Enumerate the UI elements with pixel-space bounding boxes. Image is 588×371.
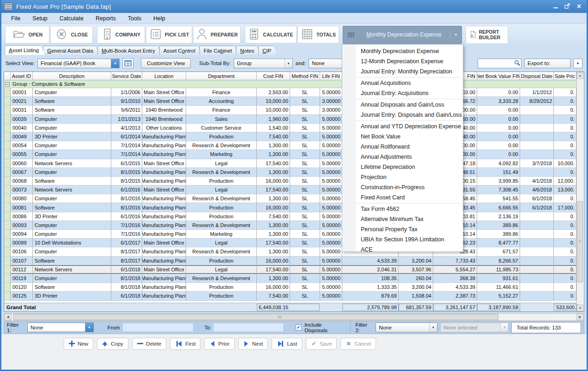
scroll-left-icon[interactable]: ◀ <box>4 314 12 320</box>
cell-c3[interactable]: 2,387.73 <box>433 292 477 300</box>
cell-loc[interactable]: Manufacturing Plant <box>142 194 186 203</box>
cell-sale[interactable]: 0. <box>554 257 576 265</box>
cell-cost[interactable]: 10,000.00 <box>257 97 290 106</box>
cell-disp[interactable] <box>520 141 554 150</box>
chevron-down-icon[interactable]: ▼ <box>450 33 461 37</box>
table-row[interactable]: 00080Computer8/1/2016Manufacturing Plant… <box>4 194 576 203</box>
cell-nbv[interactable]: 8,477.77 <box>477 239 520 247</box>
cell-desc[interactable]: Computer <box>33 168 111 177</box>
cell-disp[interactable] <box>520 257 554 265</box>
cell-id[interactable]: 00073 <box>11 186 33 194</box>
cell-sale[interactable]: 0. <box>554 194 576 203</box>
cell-disp[interactable]: 4/6/2018 <box>520 186 554 194</box>
report-menu-item[interactable]: Annual Disposals and Gain/Loss <box>342 100 463 110</box>
report-menu-item[interactable]: Personal Property Tax <box>342 224 463 234</box>
menu-setup[interactable]: Setup <box>26 15 54 22</box>
cell-life[interactable]: 5.00000 <box>320 292 342 300</box>
cell-cost[interactable]: 17,540.00 <box>257 159 290 168</box>
cell-disp[interactable] <box>520 230 554 239</box>
column-header-sale[interactable]: Sale Pric <box>554 72 576 80</box>
table-row[interactable]: 00120Software8/1/2018Manufacturing Plant… <box>4 283 576 292</box>
cell-desc[interactable]: Computer <box>33 150 111 159</box>
save-button[interactable]: Save <box>306 338 337 350</box>
from-input[interactable] <box>122 323 194 332</box>
cell-id[interactable]: 00039 <box>11 115 33 124</box>
cell-desc[interactable]: Computer <box>33 274 111 283</box>
cell-life[interactable]: 5.00000 <box>320 150 342 159</box>
cell-cost[interactable]: 16,000.00 <box>257 177 290 186</box>
collapse-group-icon[interactable] <box>6 82 10 86</box>
cell-desc[interactable]: Software <box>33 97 111 106</box>
cell-disp[interactable] <box>520 239 554 247</box>
table-row[interactable]: 00106Computer8/1/2017Manufacturing Plant… <box>4 247 576 256</box>
tab-general-asset-data[interactable]: General Asset Data <box>43 46 99 55</box>
cell-c2[interactable]: 260.04 <box>399 274 433 283</box>
cell-c3[interactable]: 368.39 <box>433 274 477 283</box>
cell-dept[interactable]: Production <box>186 292 257 300</box>
export-to-combo[interactable]: Export to: <box>524 59 570 68</box>
cell-date[interactable]: 6/1/2014 <box>111 132 142 141</box>
table-row[interactable]: 00112Network Servers6/1/2018Main Street … <box>4 265 576 274</box>
table-row[interactable]: 000493D Printer6/1/2014Manufacturing Pla… <box>4 132 576 141</box>
cell-c1[interactable]: 4,533.39 <box>342 257 399 265</box>
cell-c3[interactable]: 4,533.39 <box>433 283 477 292</box>
cell-nbv[interactable]: 6,666.55 <box>477 203 520 212</box>
cell-sale[interactable]: 0. <box>554 150 576 159</box>
cell-life[interactable]: 5.00000 <box>320 141 342 150</box>
table-row[interactable]: 00054Computer7/1/2014Manufacturing Plant… <box>4 141 576 150</box>
cell-cost[interactable]: 16,000.00 <box>257 257 290 265</box>
menu-help[interactable]: Help <box>147 15 171 22</box>
cell-loc[interactable]: Manufacturing Plant <box>142 230 186 239</box>
cell-method[interactable]: SL <box>290 257 320 265</box>
cell-life[interactable]: 5.00000 <box>320 115 342 124</box>
cell-cost[interactable]: 1,300.00 <box>257 194 290 203</box>
cell-loc[interactable]: Manufacturing Plant <box>142 247 186 256</box>
cell-loc[interactable]: Main Street Office <box>142 97 186 106</box>
column-header-date[interactable]: Service Date <box>111 72 142 80</box>
table-row[interactable]: 00094Computer7/1/2016Manufacturing Plant… <box>4 230 576 239</box>
cell-dept[interactable]: Production <box>186 132 257 141</box>
menu-reports[interactable]: Reports <box>90 15 122 22</box>
column-header-nbv[interactable]: Net Book Value FIN <box>477 72 520 80</box>
horizontal-scroll-thumb[interactable] <box>13 314 498 320</box>
cell-loc[interactable]: Main Street Office <box>142 159 186 168</box>
cell-life[interactable]: 5.00000 <box>320 194 342 203</box>
tab-asset-listing[interactable]: Asset Listing <box>5 45 45 55</box>
cell-sale[interactable]: 0. <box>554 88 576 97</box>
toolbar-button-close[interactable]: CLOSE <box>50 26 93 43</box>
select-view-combo[interactable]: Financial (GAAP) Book ▼ <box>37 59 120 68</box>
search-box[interactable] <box>478 59 521 68</box>
cell-disp[interactable] <box>520 150 554 159</box>
scroll-up-icon[interactable]: ▲ <box>577 72 583 79</box>
cell-dept[interactable]: Research & Development <box>186 141 257 150</box>
cell-method[interactable]: SL <box>290 265 320 274</box>
cell-sale[interactable]: 0. <box>554 247 576 256</box>
cell-loc[interactable]: Manufacturing Plant <box>142 177 186 186</box>
cell-desc[interactable]: 3D Printer <box>33 212 111 221</box>
table-row[interactable]: 00068Software8/1/2015Manufacturing Plant… <box>4 177 576 186</box>
table-row[interactable]: 00031Software5/6/20111940 BrentwoodFinan… <box>4 106 576 114</box>
cell-sale[interactable]: 17,000. <box>554 203 576 212</box>
cell-date[interactable]: 7/1/2014 <box>111 150 142 159</box>
report-menu-item[interactable]: Monthly Depreciation Expense <box>342 46 463 56</box>
cell-sale[interactable]: 0. <box>554 221 576 230</box>
cell-loc[interactable]: Manufacturing Plant <box>142 283 186 292</box>
cell-id[interactable]: 00021 <box>11 97 33 106</box>
cell-disp[interactable] <box>520 115 554 124</box>
cell-dept[interactable]: Customer Service <box>186 124 257 132</box>
table-row[interactable]: 00067Computer8/1/2015Manufacturing Plant… <box>4 168 576 177</box>
cell-c1[interactable]: 108.35 <box>342 274 399 283</box>
cell-nbv[interactable]: 7,308.45 <box>477 186 520 194</box>
tab-cip[interactable]: CIP <box>258 46 277 55</box>
cell-id[interactable]: 00106 <box>11 247 33 256</box>
cell-sale[interactable]: 0. <box>554 239 576 247</box>
cell-sale[interactable]: 0. <box>554 115 576 124</box>
cell-method[interactable]: SL <box>290 159 320 168</box>
search-icon[interactable] <box>514 60 521 67</box>
cell-cost[interactable]: 17,540.00 <box>257 239 290 247</box>
cell-c2[interactable]: 1,508.04 <box>399 292 433 300</box>
cell-id[interactable]: 00099 <box>11 239 33 247</box>
cell-id[interactable]: 00107 <box>11 257 33 265</box>
cell-id[interactable]: 00112 <box>11 265 33 274</box>
cell-nbv[interactable]: 0.00 <box>477 124 520 132</box>
